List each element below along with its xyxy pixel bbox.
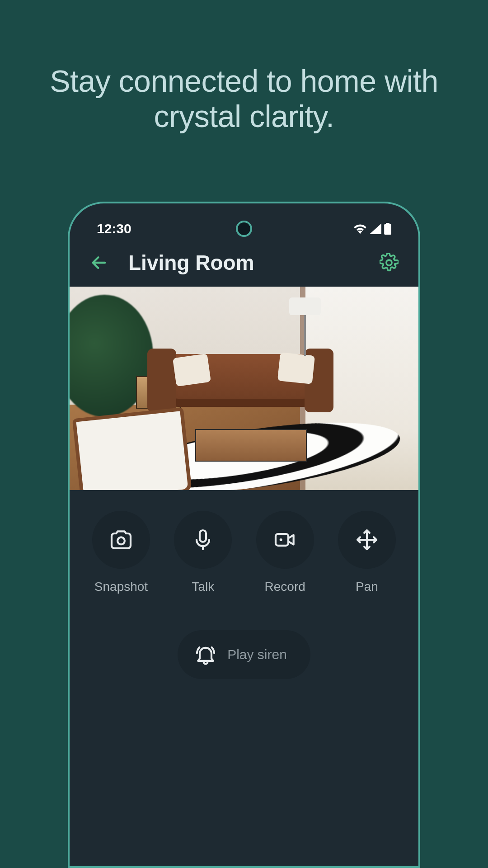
talk-button[interactable]: Talk <box>174 511 232 594</box>
video-icon <box>272 527 298 552</box>
settings-button[interactable] <box>378 251 400 274</box>
back-button[interactable] <box>88 251 110 274</box>
status-bar: 12:30 <box>70 212 418 241</box>
snapshot-button[interactable]: Snapshot <box>92 511 150 594</box>
record-button[interactable]: Record <box>256 511 314 594</box>
page-title: Living Room <box>128 250 378 275</box>
move-icon <box>354 527 380 552</box>
arrow-left-icon <box>90 254 108 272</box>
marketing-headline: Stay connected to home with crystal clar… <box>36 63 452 134</box>
talk-label: Talk <box>192 580 214 594</box>
pan-label: Pan <box>356 580 378 594</box>
record-label: Record <box>265 580 305 594</box>
play-siren-label: Play siren <box>227 647 287 662</box>
app-header: Living Room <box>70 241 418 287</box>
camera-feed[interactable] <box>70 287 418 490</box>
snapshot-label: Snapshot <box>94 580 148 594</box>
status-time: 12:30 <box>97 221 236 236</box>
svg-point-2 <box>117 538 125 545</box>
play-siren-button[interactable]: Play siren <box>178 630 310 679</box>
bell-icon <box>194 643 217 666</box>
pan-button[interactable]: Pan <box>338 511 396 594</box>
phone-frame: 12:30 Living Room <box>68 202 420 868</box>
svg-rect-0 <box>386 223 389 224</box>
microphone-icon <box>190 527 216 552</box>
svg-rect-1 <box>384 224 391 235</box>
gear-icon <box>380 253 399 272</box>
battery-icon <box>384 223 391 235</box>
camera-notch <box>236 221 252 237</box>
signal-icon <box>370 223 381 234</box>
controls-row: Snapshot Talk Record Pan <box>70 490 418 599</box>
camera-icon <box>108 527 134 552</box>
svg-rect-3 <box>200 530 206 542</box>
wifi-icon <box>353 223 367 234</box>
svg-point-5 <box>279 538 282 541</box>
